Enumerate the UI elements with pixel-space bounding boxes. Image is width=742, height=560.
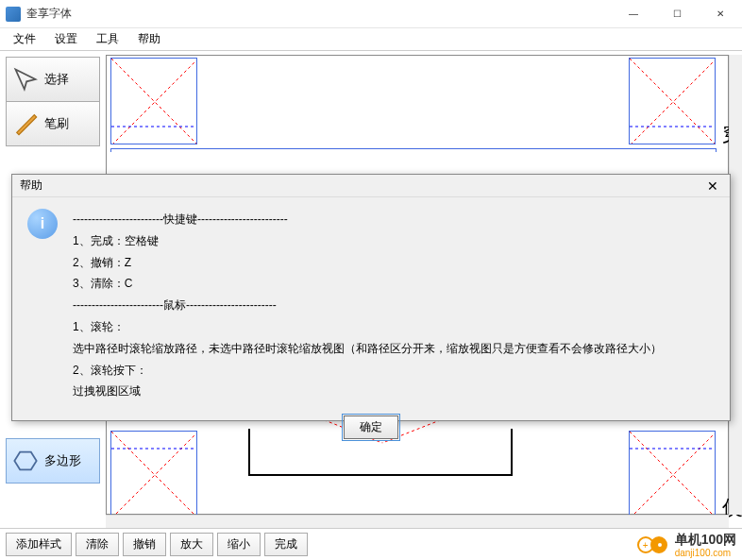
watermark-url: danji100.com (675, 549, 736, 558)
help-line: 3、清除：C (73, 273, 662, 295)
section-divider: ------------------------快捷键-------------… (73, 209, 662, 230)
menu-tools[interactable]: 工具 (87, 29, 128, 49)
tool-brush[interactable]: 笔刷 (6, 101, 100, 146)
undo-button[interactable]: 撤销 (123, 533, 166, 556)
close-button[interactable]: ✕ (699, 0, 742, 28)
bottom-toolbar: 添加样式 清除 撤销 放大 缩小 完成 (0, 528, 742, 560)
titlebar: 奎享字体 — ☐ ✕ (0, 0, 742, 28)
glyph-cell[interactable]: 穿 (629, 58, 716, 144)
tool-select[interactable]: 选择 (6, 57, 100, 102)
cursor-icon (12, 66, 39, 93)
watermark-name: 单机100网 (675, 532, 736, 547)
svg-line-4 (630, 59, 715, 144)
watermark: + 单机100网 danji100.com (637, 532, 736, 558)
svg-line-1 (111, 59, 196, 144)
help-line: 1、滚轮： (73, 316, 662, 338)
ok-button[interactable]: 确定 (344, 416, 398, 439)
menubar: 文件 设置 工具 帮助 (0, 28, 742, 51)
glyph-cell[interactable] (110, 58, 197, 144)
tool-polygon-label: 多边形 (44, 452, 81, 469)
finish-button[interactable]: 完成 (264, 533, 308, 556)
brush-icon (12, 110, 39, 137)
help-line: 选中路径时滚轮缩放路径，未选中路径时滚轮缩放视图（和路径区分开来，缩放视图只是方… (73, 338, 662, 360)
dialog-titlebar: 帮助 ✕ (12, 175, 730, 197)
help-line: 2、撤销：Z (73, 252, 662, 274)
menu-file[interactable]: 文件 (4, 29, 45, 49)
help-dialog: 帮助 ✕ i ------------------------快捷键------… (11, 174, 731, 421)
window-title: 奎享字体 (26, 6, 612, 22)
horizontal-scrollbar[interactable] (106, 515, 729, 528)
help-line: 2、滚轮按下： (73, 360, 662, 382)
dialog-close-button[interactable]: ✕ (703, 178, 722, 194)
add-style-button[interactable]: 添加样式 (6, 533, 72, 556)
clear-button[interactable]: 清除 (76, 533, 119, 556)
watermark-logo-icon: + (637, 535, 671, 555)
menu-help[interactable]: 帮助 (128, 29, 170, 49)
minimize-button[interactable]: — (612, 0, 655, 28)
tool-select-label: 选择 (44, 71, 69, 88)
tool-polygon[interactable]: 多边形 (6, 438, 100, 484)
svg-marker-0 (14, 452, 36, 470)
zoom-in-button[interactable]: 放大 (170, 533, 213, 556)
help-line: 1、完成：空格键 (73, 230, 662, 252)
dialog-title: 帮助 (20, 178, 42, 194)
info-icon: i (27, 209, 58, 239)
zoom-out-button[interactable]: 缩小 (217, 533, 261, 556)
menu-settings[interactable]: 设置 (45, 29, 87, 49)
glyph-cell-top (110, 148, 717, 152)
dialog-content: ------------------------快捷键-------------… (73, 209, 662, 402)
maximize-button[interactable]: ☐ (655, 0, 699, 28)
section-divider: ------------------------鼠标--------------… (73, 295, 662, 316)
tool-brush-label: 笔刷 (44, 115, 69, 132)
app-icon (6, 7, 21, 22)
hexagon-icon (12, 448, 39, 474)
help-line: 过拽视图区域 (73, 381, 662, 402)
vertical-scrollbar[interactable] (729, 55, 742, 515)
